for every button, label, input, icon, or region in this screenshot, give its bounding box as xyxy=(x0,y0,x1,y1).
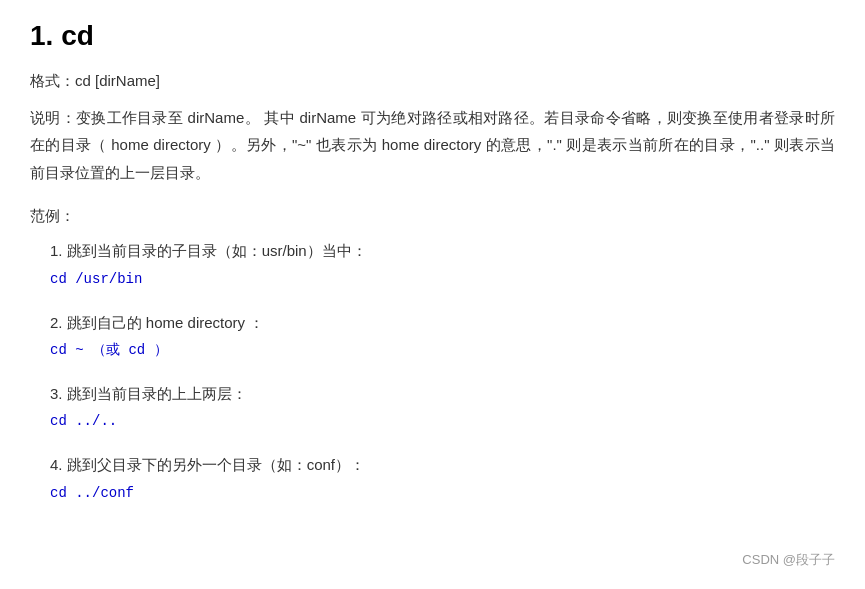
example-code-4: cd ../conf xyxy=(50,482,835,506)
example-item-2: 2. 跳到自己的 home directory ：cd ~ （或 cd ） xyxy=(30,310,835,363)
example-desc-3: 3. 跳到当前目录的上上两层： xyxy=(50,381,835,407)
format-label: 格式 xyxy=(30,72,60,89)
desc-label: 说明 xyxy=(30,109,61,126)
example-item-3: 3. 跳到当前目录的上上两层：cd ../.. xyxy=(30,381,835,434)
format-value: ：cd [dirName] xyxy=(60,72,160,89)
example-code-3: cd ../.. xyxy=(50,410,835,434)
example-item-4: 4. 跳到父目录下的另外一个目录（如：conf）：cd ../conf xyxy=(30,452,835,505)
desc-text: ：变换工作目录至 dirName。 其中 dirName 可为绝对路径或相对路径… xyxy=(30,109,835,182)
examples-label: 范例： xyxy=(30,203,835,229)
description-block: 说明：变换工作目录至 dirName。 其中 dirName 可为绝对路径或相对… xyxy=(30,104,835,187)
page-title: 1. cd xyxy=(30,20,835,52)
example-code-1: cd /usr/bin xyxy=(50,268,835,292)
example-item-1: 1. 跳到当前目录的子目录（如：usr/bin）当中：cd /usr/bin xyxy=(30,238,835,291)
example-code-2: cd ~ （或 cd ） xyxy=(50,339,835,363)
watermark: CSDN @段子子 xyxy=(742,551,835,569)
example-desc-1: 1. 跳到当前目录的子目录（如：usr/bin）当中： xyxy=(50,238,835,264)
format-line: 格式：cd [dirName] xyxy=(30,68,835,94)
examples-container: 1. 跳到当前目录的子目录（如：usr/bin）当中：cd /usr/bin2.… xyxy=(30,238,835,505)
example-desc-2: 2. 跳到自己的 home directory ： xyxy=(50,310,835,336)
example-desc-4: 4. 跳到父目录下的另外一个目录（如：conf）： xyxy=(50,452,835,478)
